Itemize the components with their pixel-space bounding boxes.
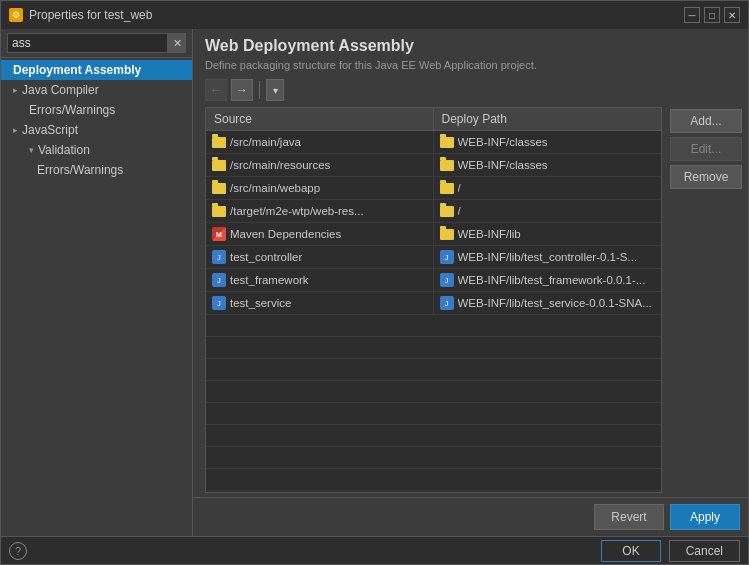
jar-icon: J: [440, 296, 454, 310]
folder-icon: [212, 160, 226, 171]
empty-row: [206, 425, 661, 447]
source-text: test_controller: [230, 251, 302, 263]
jar-icon: J: [212, 273, 226, 287]
revert-button[interactable]: Revert: [594, 504, 664, 530]
col-header-deploy-path: Deploy Path: [434, 108, 662, 130]
source-cell: /src/main/java: [206, 131, 434, 153]
source-text: /src/main/java: [230, 136, 301, 148]
deploy-path-text: WEB-INF/lib/test_framework-0.0.1-...: [458, 274, 646, 286]
source-text: Maven Dependencies: [230, 228, 341, 240]
table-row[interactable]: /src/main/java WEB-INF/classes: [206, 131, 661, 154]
sidebar-item-label: Java Compiler: [22, 83, 99, 97]
tree-arrow-icon: ▸: [13, 85, 18, 95]
table-row[interactable]: J test_service J WEB-INF/lib/test_servic…: [206, 292, 661, 315]
empty-row: [206, 403, 661, 425]
ok-button[interactable]: OK: [601, 540, 660, 562]
apply-button[interactable]: Apply: [670, 504, 740, 530]
source-cell: /src/main/webapp: [206, 177, 434, 199]
edit-button[interactable]: Edit...: [670, 137, 742, 161]
window-icon: ⚙: [9, 8, 23, 22]
add-button[interactable]: Add...: [670, 109, 742, 133]
nav-separator: [259, 81, 260, 99]
maven-icon: M: [212, 227, 226, 241]
table-row[interactable]: J test_controller J WEB-INF/lib/test_con…: [206, 246, 661, 269]
deploy-path-text: /: [458, 182, 461, 194]
deploy-path-text: /: [458, 205, 461, 217]
deploy-path-cell: WEB-INF/lib: [434, 223, 662, 245]
cancel-button[interactable]: Cancel: [669, 540, 740, 562]
deploy-path-cell: /: [434, 200, 662, 222]
sidebar-item-errors-warnings-1[interactable]: Errors/Warnings: [1, 100, 192, 120]
panel-bottom-bar: Revert Apply: [193, 497, 748, 536]
filter-clear-button[interactable]: ✕: [168, 33, 186, 53]
source-text: test_framework: [230, 274, 309, 286]
sidebar-item-validation[interactable]: ▾ Validation: [1, 140, 192, 160]
close-button[interactable]: ✕: [724, 7, 740, 23]
empty-row: [206, 337, 661, 359]
tree-arrow-icon: ▸: [13, 125, 18, 135]
folder-icon: [440, 183, 454, 194]
sidebar-item-java-compiler[interactable]: ▸ Java Compiler: [1, 80, 192, 100]
empty-row: [206, 359, 661, 381]
nav-back-button[interactable]: ←: [205, 79, 227, 101]
source-text: /target/m2e-wtp/web-res...: [230, 205, 364, 217]
title-bar-left: ⚙ Properties for test_web: [9, 8, 152, 22]
table-row[interactable]: J test_framework J WEB-INF/lib/test_fram…: [206, 269, 661, 292]
sidebar-item-label: JavaScript: [22, 123, 78, 137]
window-title: Properties for test_web: [29, 8, 152, 22]
window-controls: ─ □ ✕: [684, 7, 740, 23]
source-text: test_service: [230, 297, 291, 309]
source-cell: M Maven Dependencies: [206, 223, 434, 245]
deploy-path-cell: /: [434, 177, 662, 199]
folder-icon: [440, 206, 454, 217]
minimize-button[interactable]: ─: [684, 7, 700, 23]
deploy-path-cell: J WEB-INF/lib/test_controller-0.1-S...: [434, 246, 662, 268]
table-body: /src/main/java WEB-INF/classes /src: [206, 131, 661, 493]
nav-forward-button[interactable]: →: [231, 79, 253, 101]
table-row[interactable]: /target/m2e-wtp/web-res... /: [206, 200, 661, 223]
source-text: /src/main/resources: [230, 159, 330, 171]
col-header-source: Source: [206, 108, 434, 130]
deploy-path-text: WEB-INF/lib: [458, 228, 521, 240]
table-row[interactable]: M Maven Dependencies WEB-INF/lib: [206, 223, 661, 246]
table-header: Source Deploy Path: [206, 108, 661, 131]
source-cell: J test_framework: [206, 269, 434, 291]
sidebar-filter-area: ✕: [1, 29, 192, 58]
tree-arrow-icon: ▾: [29, 145, 34, 155]
deploy-path-text: WEB-INF/lib/test_controller-0.1-S...: [458, 251, 638, 263]
folder-icon: [212, 183, 226, 194]
content-area: ✕ Deployment Assembly ▸ Java Compiler Er…: [1, 29, 748, 536]
jar-icon: J: [212, 250, 226, 264]
empty-row: [206, 447, 661, 469]
sidebar-item-label: Validation: [38, 143, 90, 157]
sidebar-item-javascript[interactable]: ▸ JavaScript: [1, 120, 192, 140]
sidebar-item-errors-warnings-2[interactable]: Errors/Warnings: [1, 160, 192, 180]
remove-button[interactable]: Remove: [670, 165, 742, 189]
deploy-path-cell: J WEB-INF/lib/test_service-0.0.1-SNA...: [434, 292, 662, 314]
source-cell: J test_controller: [206, 246, 434, 268]
jar-icon: J: [440, 273, 454, 287]
deploy-path-text: WEB-INF/classes: [458, 159, 548, 171]
sidebar-item-label: Deployment Assembly: [13, 63, 141, 77]
deploy-path-cell: WEB-INF/classes: [434, 131, 662, 153]
table-row[interactable]: /src/main/webapp /: [206, 177, 661, 200]
webinf-folder-icon: [440, 229, 454, 240]
empty-row: [206, 491, 661, 493]
source-cell: /target/m2e-wtp/web-res...: [206, 200, 434, 222]
panel-nav: ← → ▾: [205, 77, 736, 103]
deployment-table: Source Deploy Path /src/main/java: [205, 107, 662, 493]
folder-icon: [440, 137, 454, 148]
empty-row: [206, 469, 661, 491]
deploy-path-text: WEB-INF/classes: [458, 136, 548, 148]
nav-dropdown-button[interactable]: ▾: [266, 79, 284, 101]
panel-description: Define packaging structure for this Java…: [205, 59, 736, 71]
properties-window: ⚙ Properties for test_web ─ □ ✕ ✕ Deploy…: [0, 0, 749, 565]
source-cell: /src/main/resources: [206, 154, 434, 176]
help-button[interactable]: ?: [9, 542, 27, 560]
filter-input[interactable]: [7, 33, 168, 53]
sidebar-item-deployment-assembly[interactable]: Deployment Assembly: [1, 60, 192, 80]
source-cell: J test_service: [206, 292, 434, 314]
table-row[interactable]: /src/main/resources WEB-INF/classes: [206, 154, 661, 177]
panel-title: Web Deployment Assembly: [205, 37, 736, 55]
maximize-button[interactable]: □: [704, 7, 720, 23]
